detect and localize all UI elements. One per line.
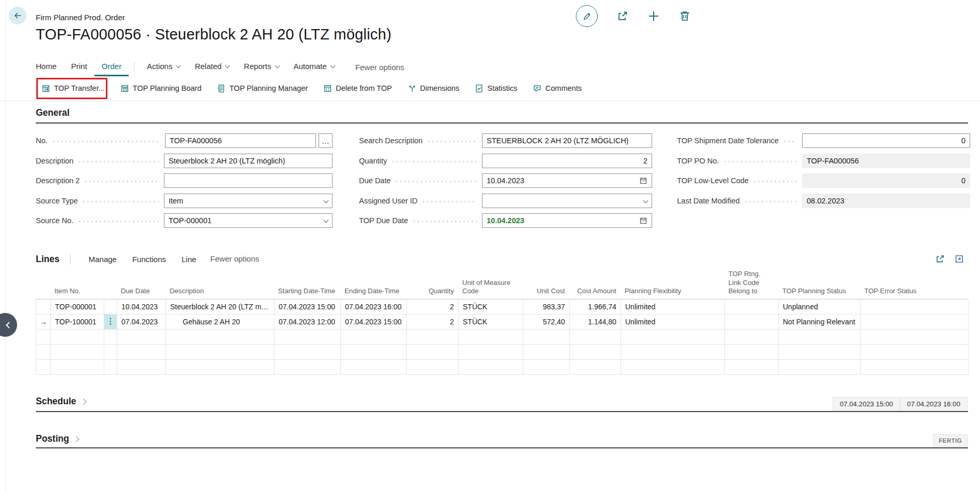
row-selector-cell[interactable]: → [36, 315, 51, 329]
chevron-right-icon [74, 436, 79, 442]
top-po-no-readonly-field: TOP-FA000056 [802, 154, 970, 168]
posting-status-badge[interactable]: FERTIG [933, 434, 968, 447]
tab-print[interactable]: Print [64, 59, 94, 76]
cost-amount-cell[interactable]: 1.144,80 [570, 315, 621, 329]
row-menu-cell-selected[interactable]: ⋮ [104, 315, 117, 329]
column-header-planning-flexibility[interactable]: Planning Flexibility [620, 287, 724, 299]
uom-cell[interactable]: STÜCK [459, 315, 523, 329]
schedule-section-heading[interactable]: Schedule [36, 396, 86, 407]
cost-amount-cell[interactable]: 1.966,74 [570, 299, 621, 314]
tab-reports[interactable]: Reports [237, 59, 286, 76]
lines-tab-functions[interactable]: Functions [125, 255, 174, 264]
collapse-pane-button[interactable] [0, 313, 17, 337]
column-header-top-error-status[interactable]: TOP Error Status [860, 287, 968, 299]
planning-flexibility-cell[interactable]: Unlimited [621, 299, 725, 314]
ending-date-time-cell[interactable]: 07.04.2023 15:00 [341, 315, 407, 329]
lines-section-bar: Lines Manage Functions Line Fewer option… [36, 251, 259, 267]
top-planning-manager-button[interactable]: TOP Planning Manager [217, 84, 308, 93]
no-input[interactable]: TOP-FA000056 [165, 133, 316, 148]
focus-mode-icon[interactable] [954, 254, 964, 264]
column-header-ending-date-time[interactable]: Ending Date-Time [340, 287, 406, 299]
column-header-due-date[interactable]: Due Date [117, 287, 165, 299]
search-description-input[interactable]: STEUERBLOCK 2 AH 20 (LTZ MÖGLICH) [482, 133, 652, 148]
planning-flexibility-cell[interactable]: Unlimited [621, 315, 725, 329]
share-icon[interactable] [935, 254, 945, 264]
top-planning-status-cell[interactable]: Not Planning Relevant [779, 315, 861, 329]
top-planning-status-cell[interactable]: Unplanned [779, 299, 861, 314]
lines-divider [70, 253, 71, 265]
column-header-item-no[interactable]: Item No. [50, 287, 104, 299]
calendar-icon[interactable] [639, 176, 647, 185]
posting-section-heading[interactable]: Posting [36, 433, 78, 444]
schedule-starting-datetime[interactable]: 07.04.2023 15:00 [833, 397, 901, 411]
share-button[interactable] [616, 10, 629, 22]
back-button[interactable] [9, 7, 26, 24]
item-no-cell[interactable]: TOP-000001 [51, 299, 104, 314]
unit-cost-cell[interactable]: 572,40 [523, 315, 570, 329]
description-input[interactable]: Steuerblock 2 AH 20 (LTZ möglich) [164, 154, 333, 168]
edit-button[interactable] [576, 5, 598, 27]
due-date-cell[interactable]: 10.04.2023 [117, 299, 166, 314]
delete-from-top-button[interactable]: Delete from TOP [323, 84, 392, 93]
source-no-select[interactable]: TOP-000001 [164, 213, 333, 228]
calendar-icon[interactable] [639, 216, 647, 225]
chevron-down-icon [643, 198, 648, 203]
rtng-link-cell[interactable] [725, 315, 779, 329]
quantity-cell[interactable]: 2 [407, 299, 459, 314]
due-date-input[interactable]: 10.04.2023 [482, 173, 652, 188]
column-header-top-planning-status[interactable]: TOP Planning Status [778, 287, 860, 299]
column-header-unit-cost[interactable]: Unit Cost [523, 287, 569, 299]
lines-fewer-options-button[interactable]: Fewer options [210, 254, 259, 264]
delete-button[interactable] [679, 10, 691, 22]
assigned-user-id-select[interactable] [482, 194, 652, 208]
column-header-starting-date-time[interactable]: Starting Date-Time [274, 287, 340, 299]
delete-from-top-icon [323, 84, 332, 93]
row-selector-cell[interactable] [36, 299, 51, 314]
description-cell[interactable]: Steuerblock 2 AH 20 (LTZ mögl... [166, 299, 274, 314]
quantity-input[interactable]: 2 [482, 154, 652, 168]
top-due-date-input[interactable]: 10.04.2023 [482, 213, 652, 228]
starting-date-time-cell[interactable]: 07.04.2023 12:00 [274, 315, 341, 329]
quantity-cell[interactable]: 2 [407, 315, 459, 329]
statistics-button[interactable]: Statistics [475, 84, 517, 93]
due-date-cell[interactable]: 07.04.2023 [117, 315, 166, 329]
ending-date-time-cell[interactable]: 07.04.2023 16:00 [341, 299, 407, 314]
general-section-heading[interactable]: General [36, 107, 70, 118]
column-header-cost-amount[interactable]: Cost Amount [569, 287, 620, 299]
rtng-link-cell[interactable] [725, 299, 779, 314]
schedule-ending-datetime[interactable]: 07.04.2023 16:00 [900, 397, 968, 411]
tab-order[interactable]: Order [94, 59, 129, 76]
top-planning-board-button[interactable]: TOP Planning Board [120, 84, 201, 93]
action-bar: TOP Transfer... TOP Planning Board TOP P… [42, 80, 582, 96]
top-shipment-date-tolerance-input[interactable]: 0 [802, 133, 970, 148]
fewer-options-button[interactable]: Fewer options [355, 63, 404, 73]
description-cell[interactable]: Gehäuse 2 AH 20 [166, 315, 274, 329]
lines-section-heading[interactable]: Lines [36, 254, 60, 265]
lines-tab-manage[interactable]: Manage [81, 255, 125, 264]
unit-cost-cell[interactable]: 983,37 [523, 299, 570, 314]
column-header-top-rtng-link[interactable]: TOP Rtng. Link Code Belong to [724, 270, 778, 299]
top-error-status-cell[interactable] [861, 315, 969, 329]
no-assist-edit-button[interactable]: … [319, 133, 333, 148]
tab-actions[interactable]: Actions [140, 59, 187, 76]
tab-home[interactable]: Home [36, 59, 64, 76]
column-header-quantity[interactable]: Quantity [406, 287, 458, 299]
field-row-no: No. TOP-FA000056 … [36, 133, 333, 148]
new-button[interactable] [647, 10, 660, 22]
tab-related[interactable]: Related [187, 59, 237, 76]
breadcrumb[interactable]: Firm Planned Prod. Order [36, 13, 125, 22]
column-header-unit-of-measure-code[interactable]: Unit of Measure Code [458, 279, 523, 299]
lines-tab-line[interactable]: Line [174, 255, 204, 264]
row-menu-cell[interactable] [104, 299, 117, 314]
top-error-status-cell[interactable] [861, 299, 969, 314]
dimensions-button[interactable]: Dimensions [408, 84, 460, 93]
uom-cell[interactable]: STÜCK [459, 299, 523, 314]
comments-button[interactable]: Comments [533, 84, 582, 93]
source-type-select[interactable]: Item [164, 194, 333, 208]
top-transfer-button[interactable]: TOP Transfer... [42, 84, 105, 93]
starting-date-time-cell[interactable]: 07.04.2023 15:00 [274, 299, 341, 314]
column-header-description[interactable]: Description [165, 287, 274, 299]
description2-input[interactable] [164, 173, 333, 188]
tab-automate[interactable]: Automate [286, 59, 342, 76]
item-no-cell[interactable]: TOP-100001 [51, 315, 104, 329]
